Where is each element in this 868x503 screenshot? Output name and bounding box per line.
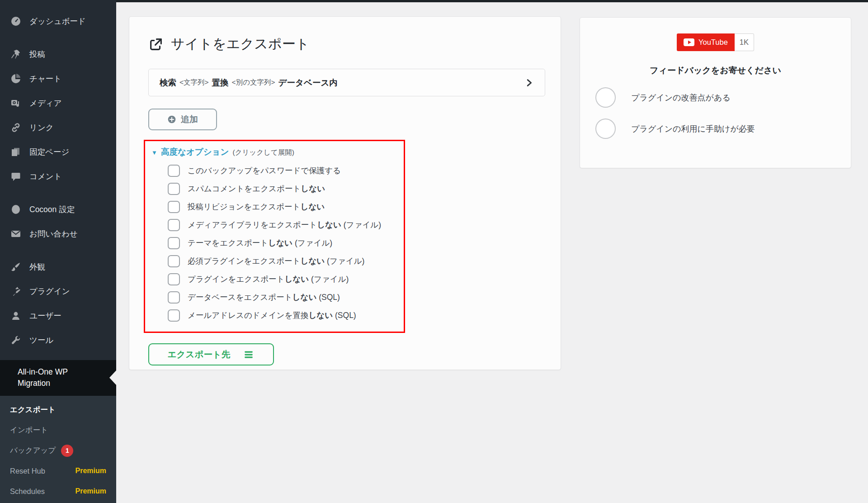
- option-password-protect[interactable]: このバックアップをパスワードで保護する: [168, 161, 397, 180]
- sidebar-item-dashboard[interactable]: ダッシュボード: [0, 9, 116, 33]
- export-site-card: サイトをエクスポート 検索 <文字列> 置換 <別の文字列> データベース内 追…: [129, 16, 561, 370]
- sidebar-item-comments[interactable]: コメント: [0, 164, 116, 189]
- sidebar-item-posts[interactable]: 投稿: [0, 42, 116, 66]
- sidebar-item-label: All-in-One WP Migration: [18, 366, 94, 389]
- checkbox[interactable]: [168, 237, 180, 249]
- submenu-item-reset-hub[interactable]: Reset Hub Premium: [0, 461, 116, 481]
- option-no-database[interactable]: データベースをエクスポートしない (SQL): [168, 288, 397, 306]
- plus-circle-icon: [167, 115, 176, 124]
- brush-icon: [10, 261, 22, 273]
- sidebar-item-label: 外観: [29, 261, 45, 272]
- chevron-right-icon: [524, 78, 534, 88]
- advanced-options-hint: (クリックして展開): [232, 148, 294, 157]
- option-no-must-use-plugins[interactable]: 必須プラグインをエクスポートしない (ファイル): [168, 252, 397, 270]
- sidebar-item-tools[interactable]: ツール: [0, 328, 116, 352]
- sidebar-item-chart[interactable]: チャート: [0, 66, 116, 91]
- feedback-heading: フィードバックをお寄せください: [580, 65, 851, 76]
- option-no-post-revisions[interactable]: 投稿リビジョンをエクスポートしない: [168, 198, 397, 216]
- wrench-icon: [10, 334, 22, 346]
- sidebar-item-users[interactable]: ユーザー: [0, 304, 116, 328]
- pie-chart-icon: [10, 73, 22, 85]
- replace-label: 置換: [212, 77, 229, 88]
- export-destination-button[interactable]: エクスポート先: [148, 343, 274, 365]
- youtube-play-icon: [684, 38, 694, 46]
- sidebar-item-label: ユーザー: [29, 310, 61, 321]
- option-no-email-domain-replace[interactable]: メールアドレスのドメインを置換しない (SQL): [168, 306, 397, 324]
- sidebar-item-label: チャート: [29, 73, 61, 84]
- checkbox[interactable]: [168, 201, 180, 213]
- youtube-subscriber-count: 1K: [735, 33, 754, 51]
- mail-icon: [10, 228, 22, 240]
- option-no-spam-comments[interactable]: スパムコメントをエクスポートしない: [168, 180, 397, 198]
- checkbox[interactable]: [168, 309, 180, 322]
- sidebar-item-media[interactable]: メディア: [0, 91, 116, 115]
- checkbox[interactable]: [168, 219, 180, 231]
- youtube-subscribe-row: YouTube 1K: [580, 33, 851, 51]
- feedback-option-help[interactable]: プラグインの利用に手助けが必要: [595, 119, 851, 139]
- radio-button[interactable]: [595, 87, 616, 108]
- checkbox[interactable]: [168, 255, 180, 267]
- dashboard-icon: [10, 15, 22, 27]
- active-item-callout-arrow: [109, 370, 116, 385]
- export-share-icon: [148, 37, 164, 52]
- radio-button[interactable]: [595, 119, 616, 139]
- feedback-option-improvement[interactable]: プラグインの改善点がある: [595, 87, 851, 108]
- sidebar-item-plugins[interactable]: プラグイン: [0, 279, 116, 304]
- advanced-options-list: このバックアップをパスワードで保護する スパムコメントをエクスポートしない 投稿…: [168, 161, 397, 324]
- admin-sidebar: ダッシュボード 投稿 チャート メディア リンク 固定ページ コ: [0, 0, 116, 503]
- checkbox[interactable]: [168, 165, 180, 177]
- top-bar: [0, 0, 868, 2]
- menu-bars-icon: [243, 349, 255, 361]
- find-replace-row[interactable]: 検索 <文字列> 置換 <別の文字列> データベース内: [148, 69, 545, 96]
- sidebar-item-label: プラグイン: [29, 286, 70, 297]
- sidebar-item-label: Cocoon 設定: [29, 204, 75, 215]
- sidebar-item-links[interactable]: リンク: [0, 115, 116, 140]
- option-no-media-library[interactable]: メディアライブラリをエクスポートしない (ファイル): [168, 216, 397, 234]
- checkbox[interactable]: [168, 183, 180, 195]
- pin-icon: [10, 48, 22, 60]
- sidebar-item-appearance[interactable]: 外観: [0, 255, 116, 279]
- sidebar-item-label: メディア: [29, 98, 62, 109]
- sidebar-item-all-in-one-wp-migration[interactable]: All-in-One WP Migration: [0, 360, 116, 396]
- sidebar-item-pages[interactable]: 固定ページ: [0, 140, 116, 164]
- sidebar-item-label: ツール: [29, 335, 53, 346]
- option-no-themes[interactable]: テーマをエクスポートしない (ファイル): [168, 234, 397, 252]
- submenu-item-export[interactable]: エクスポート: [0, 400, 116, 420]
- advanced-options-title: 高度なオプション: [161, 146, 229, 157]
- add-button[interactable]: 追加: [148, 109, 217, 130]
- sidebar-item-label: リンク: [29, 122, 54, 133]
- submenu-item-schedules[interactable]: Schedules Premium: [0, 481, 116, 502]
- link-icon: [10, 122, 22, 133]
- find-label: 検索: [160, 77, 176, 88]
- backups-count-badge: 1: [61, 445, 73, 457]
- advanced-options-highlight-rect: ▼ 高度なオプション (クリックして展開) このバックアップをパスワードで保護す…: [144, 140, 405, 333]
- sidebar-item-label: お問い合わせ: [29, 228, 78, 239]
- comment-icon: [10, 171, 22, 182]
- replace-placeholder: <別の文字列>: [232, 78, 275, 87]
- media-icon: [10, 97, 22, 109]
- cocoon-circle-icon: [10, 204, 22, 215]
- scope-label: データベース内: [278, 77, 338, 88]
- checkbox[interactable]: [168, 291, 180, 304]
- plugin-icon: [10, 285, 22, 297]
- caret-down-icon: ▼: [151, 149, 157, 156]
- sidebar-item-cocoon-settings[interactable]: Cocoon 設定: [0, 197, 116, 222]
- submenu-item-import[interactable]: インポート: [0, 420, 116, 441]
- page-title: サイトをエクスポート: [148, 35, 545, 53]
- advanced-options-toggle[interactable]: ▼ 高度なオプション (クリックして展開): [151, 146, 397, 157]
- aio-submenu: エクスポート インポート バックアップ 1 Reset Hub Premium …: [0, 396, 116, 503]
- youtube-subscribe-button[interactable]: YouTube: [677, 33, 735, 51]
- option-no-plugins[interactable]: プラグインをエクスポートしない (ファイル): [168, 270, 397, 288]
- premium-tag: Premium: [75, 487, 106, 495]
- pages-icon: [10, 146, 22, 158]
- sidebar-item-label: 固定ページ: [29, 147, 69, 157]
- sidebar-item-contact[interactable]: お問い合わせ: [0, 222, 116, 246]
- sidebar-item-label: コメント: [29, 171, 62, 182]
- sidebar-item-label: ダッシュボード: [29, 16, 86, 27]
- find-placeholder: <文字列>: [179, 78, 209, 87]
- feedback-card: YouTube 1K フィードバックをお寄せください プラグインの改善点がある …: [580, 17, 851, 168]
- user-icon: [10, 310, 22, 322]
- checkbox[interactable]: [168, 273, 180, 285]
- submenu-item-backups[interactable]: バックアップ 1: [0, 441, 116, 461]
- sidebar-item-label: 投稿: [29, 49, 45, 60]
